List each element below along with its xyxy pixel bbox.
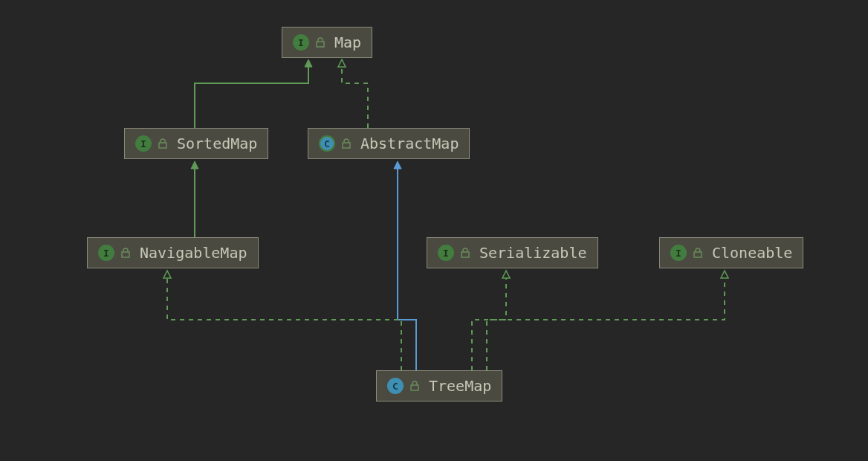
node-label: SortedMap bbox=[177, 135, 257, 152]
edge-abstractmap-to-map bbox=[342, 59, 368, 128]
edge-treemap-to-cloneable bbox=[487, 271, 725, 370]
class-badge-icon: C bbox=[387, 378, 404, 394]
edge-treemap-to-abstractmap bbox=[398, 161, 416, 370]
lock-icon bbox=[120, 248, 131, 258]
node-sortedmap[interactable]: I SortedMap bbox=[124, 128, 268, 159]
node-treemap[interactable]: C TreeMap bbox=[376, 370, 502, 402]
interface-badge-icon: I bbox=[438, 245, 454, 261]
node-label: AbstractMap bbox=[360, 135, 459, 152]
lock-icon bbox=[341, 138, 352, 149]
lock-icon bbox=[460, 248, 470, 258]
interface-badge-icon: I bbox=[98, 245, 114, 261]
node-label: Map bbox=[334, 33, 361, 51]
lock-icon bbox=[693, 248, 703, 258]
interface-badge-icon: I bbox=[293, 34, 309, 51]
lock-icon bbox=[158, 138, 168, 149]
edge-treemap-to-serializable bbox=[472, 271, 506, 370]
node-navigablemap[interactable]: I NavigableMap bbox=[87, 237, 259, 268]
class-badge-icon: C bbox=[319, 135, 335, 152]
diagram-canvas: I Map I SortedMap C AbstractMap I Naviga… bbox=[0, 0, 868, 461]
edge-sortedmap-to-map bbox=[195, 59, 308, 128]
node-map[interactable]: I Map bbox=[282, 27, 372, 58]
node-label: Cloneable bbox=[712, 244, 792, 262]
node-label: Serializable bbox=[479, 244, 587, 262]
node-abstractmap[interactable]: C AbstractMap bbox=[308, 128, 470, 159]
interface-badge-icon: I bbox=[135, 135, 152, 152]
node-label: TreeMap bbox=[429, 377, 491, 395]
node-label: NavigableMap bbox=[140, 244, 247, 262]
node-serializable[interactable]: I Serializable bbox=[427, 237, 598, 268]
edge-treemap-to-navigablemap bbox=[167, 271, 401, 370]
node-cloneable[interactable]: I Cloneable bbox=[659, 237, 803, 268]
lock-icon bbox=[409, 381, 420, 391]
interface-badge-icon: I bbox=[670, 245, 687, 261]
lock-icon bbox=[315, 37, 326, 48]
